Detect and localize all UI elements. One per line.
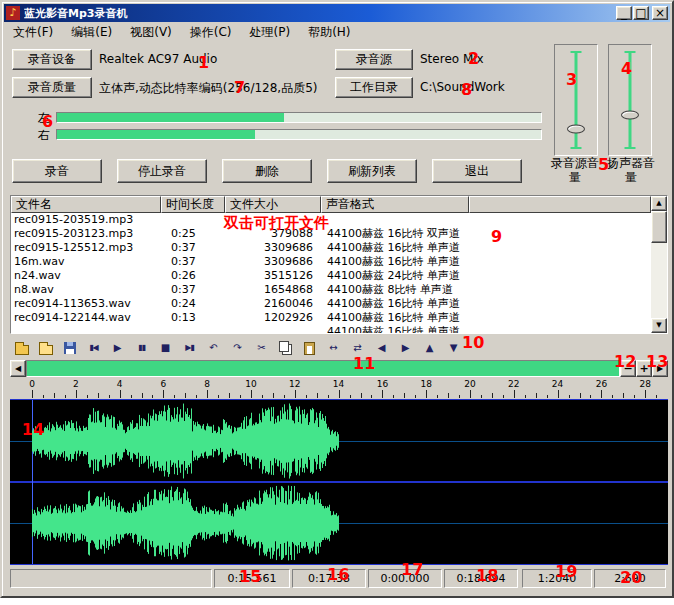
file-row[interactable]: rec0915-203123.mp30:2537908844100赫兹 16比特… <box>11 227 651 241</box>
scroll-left-icon: ◀ <box>378 343 386 353</box>
paste-button[interactable] <box>298 338 321 358</box>
ruler-tick <box>43 395 44 398</box>
file-name-cell: rec0914-113653.wav <box>11 297 161 311</box>
annotation-number: 4 <box>621 61 632 77</box>
file-name-cell: n8.wav <box>11 283 161 297</box>
file-duration-cell: 0:13 <box>161 311 225 325</box>
annotation-number: 15 <box>239 569 261 585</box>
column-header-3[interactable]: 声音格式 <box>321 196 469 213</box>
exit-button[interactable]: 退出 <box>432 159 522 183</box>
annotation-number: 10 <box>462 335 484 351</box>
copy-button[interactable] <box>274 338 297 358</box>
zoom-out-horizontal-button[interactable]: ↔ <box>322 338 345 358</box>
menu-operate[interactable]: 操作(C) <box>181 22 241 43</box>
waveform-display[interactable] <box>10 399 668 565</box>
file-duration-cell <box>161 213 225 227</box>
file-row[interactable]: n24.wav0:26351512644100赫兹 24比特 单声道 <box>11 269 651 283</box>
file-format-cell: 44100赫兹 16比特 单声道 <box>321 241 651 255</box>
file-duration-cell: 0:37 <box>161 241 225 255</box>
stop-button[interactable]: ■ <box>154 338 177 358</box>
ruler-tick <box>328 395 329 398</box>
ruler-tick <box>109 395 110 398</box>
open-file-icon <box>15 345 29 355</box>
scroll-down-icon[interactable]: ▼ <box>651 318 667 333</box>
window-title: 蓝光影音Mp3录音机 <box>24 6 615 21</box>
ruler-tick <box>634 395 635 398</box>
open-folder-button[interactable] <box>34 338 57 358</box>
scrollbar-thumb[interactable] <box>651 211 667 243</box>
ruler-tick <box>262 395 263 398</box>
menu-file[interactable]: 文件(F) <box>4 22 62 43</box>
file-row[interactable]: rec0915-203519.mp3 <box>11 213 651 227</box>
zoom-in-button[interactable]: ▲ <box>418 338 441 358</box>
file-size-cell: 1202926 <box>225 311 321 325</box>
undo-icon: ↶ <box>209 343 217 353</box>
file-format-cell: 44100赫兹 16比特 单声道 <box>321 325 651 333</box>
source-volume-slider[interactable] <box>554 44 598 156</box>
file-list-scrollbar[interactable]: ▲ ▼ <box>651 196 667 333</box>
go-end-button[interactable]: ▶▮ <box>178 338 201 358</box>
undo-button[interactable]: ↶ <box>202 338 225 358</box>
column-header-2[interactable]: 文件大小 <box>225 196 321 213</box>
pause-icon: ▮▮ <box>138 343 145 353</box>
menu-edit[interactable]: 编辑(E) <box>62 22 121 43</box>
stop-record-button[interactable]: 停止录音 <box>117 159 207 183</box>
ruler-tick <box>163 390 164 398</box>
save-button[interactable] <box>58 338 81 358</box>
menu-help[interactable]: 帮助(H) <box>299 22 359 43</box>
annotation-number: 2 <box>468 51 479 67</box>
annotation-number: 8 <box>461 82 472 98</box>
open-file-button[interactable] <box>10 338 33 358</box>
refresh-list-button[interactable]: 刷新列表 <box>327 159 417 183</box>
scroll-up-icon[interactable]: ▲ <box>651 196 667 211</box>
delete-button[interactable]: 删除 <box>222 159 312 183</box>
ruler-tick <box>382 390 383 398</box>
file-row[interactable]: rec0914-113653.wav0:24216004644100赫兹 16比… <box>11 297 651 311</box>
annotation-number: 11 <box>353 356 375 372</box>
maximize-button[interactable]: □ <box>633 6 649 20</box>
app-window: ♪ 蓝光影音Mp3录音机 _ □ × 文件(F)编辑(E)视图(V)操作(C)处… <box>0 0 674 598</box>
copy-icon <box>279 341 289 352</box>
file-row[interactable]: rec0914-122144.wav0:13120292644100赫兹 16比… <box>11 311 651 325</box>
recording-source-button[interactable]: 录音源 <box>335 49 413 70</box>
file-row[interactable]: 16m.wav0:37330968644100赫兹 16比特 单声道 <box>11 255 651 269</box>
go-start-button[interactable]: ▮◀ <box>82 338 105 358</box>
speaker-volume-thumb[interactable] <box>621 111 639 120</box>
menu-process[interactable]: 处理(P) <box>241 22 300 43</box>
source-volume-thumb[interactable] <box>567 124 585 133</box>
zoom-in-horizontal-icon: ⇄ <box>353 343 361 353</box>
file-format-cell: 44100赫兹 16比特 单声道 <box>321 297 651 311</box>
position-track[interactable] <box>26 360 620 377</box>
recording-device-button[interactable]: 录音设备 <box>12 49 92 70</box>
ruler-label: 14 <box>333 379 344 389</box>
recording-quality-button[interactable]: 录音质量 <box>12 77 92 98</box>
file-duration-cell <box>161 325 225 333</box>
redo-button[interactable]: ↷ <box>226 338 249 358</box>
ruler-tick <box>437 395 438 398</box>
ruler-label: 6 <box>161 379 167 389</box>
position-left-icon[interactable]: ◀ <box>10 360 26 377</box>
pause-button[interactable]: ▮▮ <box>130 338 153 358</box>
file-row[interactable]: 44100赫兹 16比特 单声道 <box>11 325 651 333</box>
close-button[interactable]: × <box>652 6 668 20</box>
column-header-0[interactable]: 文件名 <box>11 196 161 213</box>
minimize-button[interactable]: _ <box>616 6 632 20</box>
save-icon <box>64 342 76 354</box>
column-header-1[interactable]: 时间长度 <box>161 196 225 213</box>
play-button[interactable]: ▶ <box>106 338 129 358</box>
working-directory-button[interactable]: 工作目录 <box>335 77 413 98</box>
menu-view[interactable]: 视图(V) <box>121 22 181 43</box>
ruler-tick <box>448 393 449 398</box>
ruler-label: 24 <box>552 379 563 389</box>
record-button[interactable]: 录音 <box>12 159 102 183</box>
ruler-label: 4 <box>117 379 123 389</box>
file-row[interactable]: n8.wav0:37165486844100赫兹 8比特 单声道 <box>11 283 651 297</box>
ruler-tick <box>558 390 559 398</box>
annotation-number: 20 <box>620 570 642 586</box>
cut-button[interactable]: ✂ <box>250 338 273 358</box>
scroll-right-button[interactable]: ▶ <box>394 338 417 358</box>
file-row[interactable]: rec0915-125512.mp30:37330968644100赫兹 16比… <box>11 241 651 255</box>
timeline-ruler[interactable]: 0246810121416182022242628 <box>10 379 668 398</box>
ruler-tick <box>339 390 340 398</box>
ruler-tick <box>196 395 197 398</box>
